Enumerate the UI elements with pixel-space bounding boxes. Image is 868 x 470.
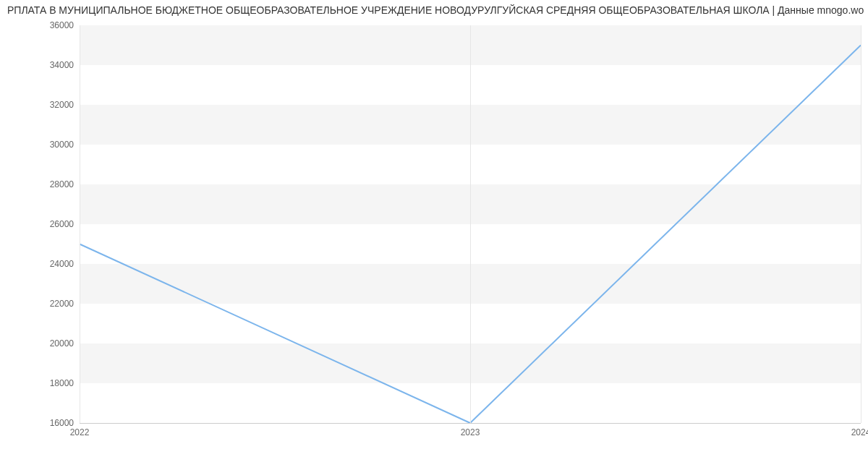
- chart-title: РПЛАТА В МУНИЦИПАЛЬНОЕ БЮДЖЕТНОЕ ОБЩЕОБР…: [0, 4, 868, 16]
- y-tick-label: 20000: [50, 338, 80, 349]
- chart-container: РПЛАТА В МУНИЦИПАЛЬНОЕ БЮДЖЕТНОЕ ОБЩЕОБР…: [0, 0, 868, 470]
- x-tick-label: 2024: [851, 423, 868, 437]
- y-tick-label: 34000: [50, 60, 80, 70]
- y-tick-label: 24000: [50, 259, 80, 269]
- y-tick-label: 36000: [50, 20, 80, 30]
- x-gridline: [80, 25, 80, 423]
- x-tick-label: 2022: [70, 423, 90, 437]
- x-gridline: [470, 25, 471, 423]
- y-tick-label: 18000: [50, 378, 80, 388]
- x-gridline: [861, 25, 861, 423]
- y-tick-label: 26000: [50, 219, 80, 229]
- x-axis-line: [80, 423, 861, 424]
- y-tick-label: 32000: [50, 100, 80, 110]
- y-tick-label: 30000: [50, 140, 80, 150]
- y-tick-label: 22000: [50, 299, 80, 309]
- y-tick-label: 28000: [50, 179, 80, 189]
- plot-area: 1600018000200002200024000260002800030000…: [80, 25, 861, 423]
- x-tick-label: 2023: [461, 423, 480, 437]
